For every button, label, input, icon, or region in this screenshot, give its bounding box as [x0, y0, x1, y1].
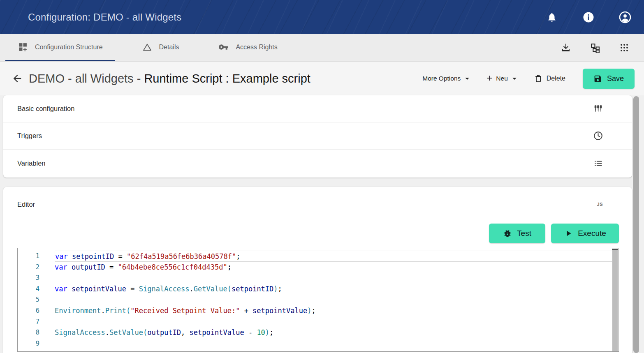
test-button[interactable]: Test — [489, 224, 545, 243]
chevron-down-icon — [465, 78, 469, 80]
code-text: var setpointID = "62f4a519a56fe6b36a4057… — [55, 251, 618, 262]
section-triggers[interactable]: Triggers — [3, 122, 632, 150]
code-text: var outputID = "64b4ebe8ce556c1cf04d435d… — [55, 262, 612, 273]
code-text — [55, 316, 612, 328]
code-text: var setpointValue = SignalAccess.GetValu… — [55, 284, 612, 295]
execute-button[interactable]: Execute — [551, 224, 619, 243]
code-line: 6Environment.Print("Received Setpoint Va… — [18, 305, 619, 316]
info-icon[interactable] — [580, 9, 597, 25]
download-icon[interactable] — [560, 42, 572, 53]
header-icon-group — [544, 9, 633, 25]
title-actions: More Options + Neu Delete Save — [422, 69, 635, 89]
section-variablen[interactable]: Variablen — [3, 150, 632, 177]
dashboard-customize-icon — [18, 42, 28, 52]
line-number: 5 — [18, 294, 39, 305]
code-text — [55, 272, 612, 284]
tab-details[interactable]: Details — [130, 34, 192, 61]
code-text — [55, 338, 612, 349]
line-number: 6 — [18, 305, 39, 316]
tab-label: Configuration Structure — [35, 44, 103, 51]
line-number: 8 — [18, 327, 39, 338]
code-line: 4var setpointValue = SignalAccess.GetVal… — [18, 284, 619, 295]
app-title: Configuration: DEMO - all Widgets — [28, 12, 181, 23]
page-scrollbar-thumb[interactable] — [633, 96, 639, 353]
execute-label: Execute — [578, 229, 606, 238]
back-arrow-icon[interactable] — [8, 69, 26, 88]
app-window: Configuration: DEMO - all Widgets Config… — [0, 0, 644, 353]
code-text: Environment.Print("Received Setpoint Val… — [55, 305, 612, 316]
language-badge-js: JS — [597, 202, 603, 207]
code-line: 1var setpointID = "62f4a519a56fe6b36a405… — [18, 251, 619, 262]
delete-label: Delete — [547, 75, 565, 82]
page-title-main: Runtime Script : Example script — [144, 72, 310, 85]
configuration-accordion: Basic configuration Triggers Variablen — [3, 95, 632, 178]
editor-scrollbar[interactable] — [612, 249, 618, 351]
page-title: DEMO - all Widgets - Runtime Script : Ex… — [29, 72, 422, 85]
play-icon — [564, 229, 573, 238]
code-line: 2var outputID = "64b4ebe8ce556c1cf04d435… — [18, 262, 619, 273]
page-scrollbar[interactable] — [633, 96, 639, 353]
chevron-down-icon — [512, 78, 517, 80]
code-line: 8SignalAccess.SetValue(outputID, setpoin… — [18, 327, 619, 338]
more-options-button[interactable]: More Options — [422, 75, 469, 82]
neu-button[interactable]: + Neu — [486, 74, 516, 83]
schema-icon[interactable] — [589, 42, 601, 53]
save-label: Save — [607, 74, 624, 83]
page-header-row: DEMO - all Widgets - Runtime Script : Ex… — [0, 62, 644, 95]
editor-scrollbar-thumb[interactable] — [612, 249, 618, 351]
list-icon — [593, 158, 603, 168]
code-editor[interactable]: 1var setpointID = "62f4a519a56fe6b36a405… — [17, 248, 619, 352]
line-number: 2 — [18, 262, 39, 273]
key-icon — [218, 42, 229, 52]
neu-label: Neu — [496, 75, 507, 82]
code-text: SignalAccess.SetValue(outputID, setpoint… — [55, 327, 612, 338]
section-basic-configuration[interactable]: Basic configuration — [3, 95, 632, 122]
editor-actions: Test Execute — [3, 224, 619, 243]
tab-access-rights[interactable]: Access Rights — [206, 34, 290, 61]
clock-icon — [593, 131, 603, 141]
tabbar-toolbar — [560, 34, 644, 61]
app-header: Configuration: DEMO - all Widgets — [0, 0, 644, 34]
code-line: 3 — [18, 272, 619, 284]
section-label: Variablen — [17, 159, 593, 167]
code-lines: 1var setpointID = "62f4a519a56fe6b36a405… — [18, 251, 619, 349]
tab-label: Details — [159, 44, 179, 51]
tab-configuration-structure[interactable]: Configuration Structure — [5, 34, 115, 61]
editor-label: Editor — [17, 201, 632, 208]
line-number: 9 — [18, 338, 39, 349]
editor-card: Editor JS Test Execute 1var setpointID =… — [3, 187, 632, 353]
delete-button[interactable]: Delete — [534, 74, 565, 83]
notifications-icon[interactable] — [544, 9, 560, 25]
tab-bar: Configuration Structure Details Access R… — [0, 34, 644, 62]
code-line: 7 — [18, 316, 619, 328]
section-label: Triggers — [17, 132, 593, 140]
page-title-prefix: DEMO - all Widgets - — [29, 72, 144, 85]
bug-icon — [503, 229, 512, 238]
code-text — [55, 294, 612, 305]
more-options-label: More Options — [422, 75, 461, 82]
input-component-icon — [593, 104, 603, 114]
tab-label: Access Rights — [236, 44, 277, 51]
section-label: Basic configuration — [17, 105, 593, 113]
line-number: 4 — [18, 284, 39, 295]
code-line: 9 — [18, 338, 619, 349]
save-floppy-icon — [593, 74, 602, 83]
save-button[interactable]: Save — [583, 69, 635, 89]
trash-icon — [534, 74, 543, 83]
line-number: 7 — [18, 316, 39, 328]
plus-icon: + — [486, 73, 492, 83]
triangle-icon — [142, 42, 152, 52]
apps-grid-icon[interactable] — [619, 42, 630, 53]
code-line: 5 — [18, 294, 619, 305]
line-number: 1 — [18, 251, 39, 262]
line-number: 3 — [18, 272, 39, 284]
test-label: Test — [517, 229, 531, 238]
account-icon[interactable] — [617, 9, 633, 25]
cursor-line-marker — [612, 249, 618, 250]
